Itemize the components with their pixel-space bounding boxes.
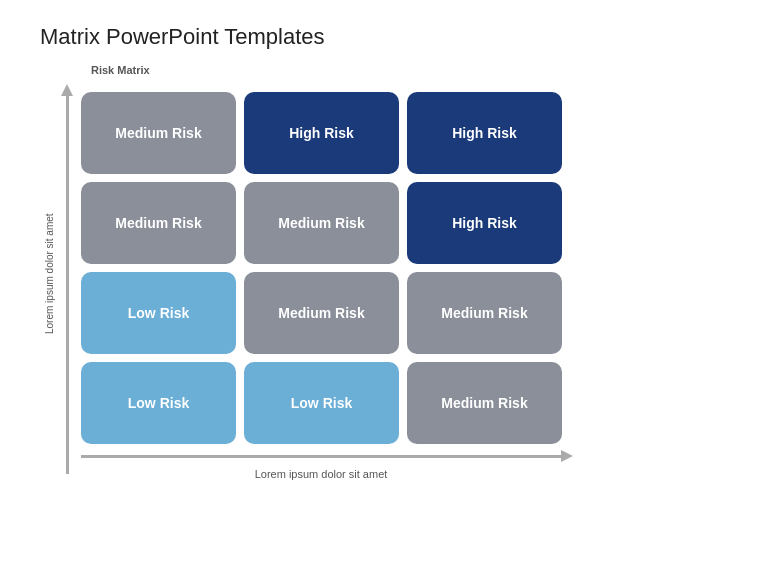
- chart-area: Lorem ipsum dolor sit amet Risk Matrix: [40, 64, 728, 480]
- cell-2-1: Medium Risk: [81, 182, 236, 264]
- chart-inner: Medium Risk High Risk High Risk Medium R…: [61, 84, 573, 480]
- chart-wrapper: Risk Matrix Medium Risk: [61, 64, 573, 480]
- cell-4-3: Medium Risk: [407, 362, 562, 444]
- page-container: Matrix PowerPoint Templates Lorem ipsum …: [0, 0, 768, 576]
- cell-2-3: High Risk: [407, 182, 562, 264]
- y-axis: [61, 84, 73, 474]
- cell-1-3: High Risk: [407, 92, 562, 174]
- page-title: Matrix PowerPoint Templates: [40, 24, 728, 50]
- x-axis-label: Lorem ipsum dolor sit amet: [81, 468, 561, 480]
- cell-3-2: Medium Risk: [244, 272, 399, 354]
- matrix-grid: Medium Risk High Risk High Risk Medium R…: [73, 84, 573, 444]
- y-axis-line: [66, 94, 69, 474]
- cell-2-2: Medium Risk: [244, 182, 399, 264]
- x-axis-line: [81, 455, 561, 458]
- cell-4-1: Low Risk: [81, 362, 236, 444]
- x-axis-arrow: [561, 450, 573, 462]
- x-axis: [81, 450, 573, 462]
- grid-and-xaxis: Medium Risk High Risk High Risk Medium R…: [73, 84, 573, 480]
- chart-subtitle: Risk Matrix: [91, 64, 150, 76]
- cell-3-3: Medium Risk: [407, 272, 562, 354]
- cell-4-2: Low Risk: [244, 362, 399, 444]
- y-axis-label: Lorem ipsum dolor sit amet: [44, 94, 55, 454]
- cell-3-1: Low Risk: [81, 272, 236, 354]
- cell-1-2: High Risk: [244, 92, 399, 174]
- cell-1-1: Medium Risk: [81, 92, 236, 174]
